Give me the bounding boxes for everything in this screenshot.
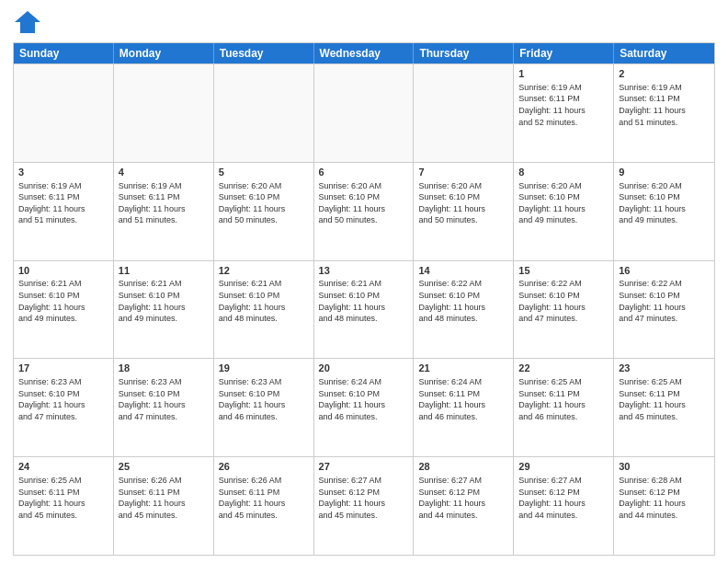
header: [13, 9, 715, 35]
calendar-cell: 6Sunrise: 6:20 AM Sunset: 6:10 PM Daylig…: [314, 163, 415, 260]
day-number: 16: [619, 264, 710, 278]
day-info: Sunrise: 6:25 AM Sunset: 6:11 PM Dayligh…: [18, 475, 108, 521]
calendar-cell: 20Sunrise: 6:24 AM Sunset: 6:10 PM Dayli…: [314, 359, 415, 456]
day-info: Sunrise: 6:23 AM Sunset: 6:10 PM Dayligh…: [18, 376, 108, 422]
day-info: Sunrise: 6:20 AM Sunset: 6:10 PM Dayligh…: [518, 180, 609, 226]
calendar-cell: 19Sunrise: 6:23 AM Sunset: 6:10 PM Dayli…: [214, 359, 314, 456]
day-number: 3: [18, 166, 108, 179]
calendar-cell: 4Sunrise: 6:19 AM Sunset: 6:11 PM Daylig…: [114, 163, 214, 260]
day-info: Sunrise: 6:22 AM Sunset: 6:10 PM Dayligh…: [619, 278, 710, 324]
calendar-week-5: 24Sunrise: 6:25 AM Sunset: 6:11 PM Dayli…: [14, 456, 714, 555]
day-info: Sunrise: 6:20 AM Sunset: 6:10 PM Dayligh…: [418, 180, 508, 226]
day-number: 22: [518, 362, 609, 375]
calendar-cell: 16Sunrise: 6:22 AM Sunset: 6:10 PM Dayli…: [614, 261, 714, 359]
day-info: Sunrise: 6:21 AM Sunset: 6:10 PM Dayligh…: [18, 278, 108, 324]
day-info: Sunrise: 6:27 AM Sunset: 6:12 PM Dayligh…: [518, 475, 609, 521]
day-number: 24: [18, 460, 108, 474]
weekday-header-monday: Monday: [114, 43, 214, 63]
day-number: 11: [119, 264, 209, 278]
day-number: 13: [319, 264, 409, 278]
day-number: 4: [119, 166, 209, 179]
calendar-cell: 8Sunrise: 6:20 AM Sunset: 6:10 PM Daylig…: [514, 163, 614, 260]
calendar-cell: [214, 64, 314, 162]
calendar-cell: 14Sunrise: 6:22 AM Sunset: 6:10 PM Dayli…: [414, 261, 514, 359]
calendar-cell: 11Sunrise: 6:21 AM Sunset: 6:10 PM Dayli…: [114, 261, 214, 359]
calendar-cell: 1Sunrise: 6:19 AM Sunset: 6:11 PM Daylig…: [514, 64, 614, 162]
day-number: 1: [518, 67, 609, 81]
day-number: 23: [619, 362, 710, 375]
day-number: 8: [518, 166, 609, 179]
day-number: 27: [319, 460, 409, 474]
calendar-cell: [314, 64, 415, 162]
logo: [13, 9, 44, 35]
day-info: Sunrise: 6:20 AM Sunset: 6:10 PM Dayligh…: [619, 180, 710, 226]
day-info: Sunrise: 6:19 AM Sunset: 6:11 PM Dayligh…: [518, 82, 609, 128]
calendar-cell: 30Sunrise: 6:28 AM Sunset: 6:12 PM Dayli…: [614, 457, 714, 555]
calendar-cell: 25Sunrise: 6:26 AM Sunset: 6:11 PM Dayli…: [114, 457, 214, 555]
day-number: 9: [619, 166, 710, 179]
day-number: 26: [219, 460, 309, 474]
day-info: Sunrise: 6:19 AM Sunset: 6:11 PM Dayligh…: [119, 180, 209, 226]
day-number: 18: [119, 362, 209, 375]
calendar-cell: 9Sunrise: 6:20 AM Sunset: 6:10 PM Daylig…: [614, 163, 714, 260]
day-info: Sunrise: 6:24 AM Sunset: 6:11 PM Dayligh…: [418, 376, 508, 422]
calendar-cell: 5Sunrise: 6:20 AM Sunset: 6:10 PM Daylig…: [214, 163, 314, 260]
day-number: 28: [418, 460, 508, 474]
day-number: 20: [319, 362, 409, 375]
day-number: 30: [619, 460, 710, 474]
calendar-week-1: 1Sunrise: 6:19 AM Sunset: 6:11 PM Daylig…: [14, 63, 714, 162]
svg-marker-0: [15, 11, 40, 33]
calendar-cell: 3Sunrise: 6:19 AM Sunset: 6:11 PM Daylig…: [14, 163, 114, 260]
day-info: Sunrise: 6:25 AM Sunset: 6:11 PM Dayligh…: [518, 376, 609, 422]
day-info: Sunrise: 6:20 AM Sunset: 6:10 PM Dayligh…: [219, 180, 309, 226]
day-number: 19: [219, 362, 309, 375]
day-info: Sunrise: 6:23 AM Sunset: 6:10 PM Dayligh…: [219, 376, 309, 422]
day-number: 14: [418, 264, 508, 278]
day-info: Sunrise: 6:21 AM Sunset: 6:10 PM Dayligh…: [219, 278, 309, 324]
day-info: Sunrise: 6:19 AM Sunset: 6:11 PM Dayligh…: [619, 82, 710, 128]
day-number: 5: [219, 166, 309, 179]
calendar-cell: 17Sunrise: 6:23 AM Sunset: 6:10 PM Dayli…: [14, 359, 114, 456]
day-number: 6: [319, 166, 409, 179]
calendar-cell: 28Sunrise: 6:27 AM Sunset: 6:12 PM Dayli…: [414, 457, 514, 555]
page: SundayMondayTuesdayWednesdayThursdayFrid…: [0, 0, 728, 563]
calendar-cell: 23Sunrise: 6:25 AM Sunset: 6:11 PM Dayli…: [614, 359, 714, 456]
day-number: 7: [418, 166, 508, 179]
calendar: SundayMondayTuesdayWednesdayThursdayFrid…: [13, 42, 715, 556]
calendar-cell: 2Sunrise: 6:19 AM Sunset: 6:11 PM Daylig…: [614, 64, 714, 162]
day-info: Sunrise: 6:19 AM Sunset: 6:11 PM Dayligh…: [18, 180, 108, 226]
calendar-cell: 29Sunrise: 6:27 AM Sunset: 6:12 PM Dayli…: [514, 457, 614, 555]
day-number: 21: [418, 362, 508, 375]
day-number: 29: [518, 460, 609, 474]
day-info: Sunrise: 6:26 AM Sunset: 6:11 PM Dayligh…: [219, 475, 309, 521]
weekday-header-friday: Friday: [514, 43, 614, 63]
day-number: 25: [119, 460, 209, 474]
calendar-cell: [14, 64, 114, 162]
day-info: Sunrise: 6:21 AM Sunset: 6:10 PM Dayligh…: [319, 278, 409, 324]
day-info: Sunrise: 6:20 AM Sunset: 6:10 PM Dayligh…: [319, 180, 409, 226]
calendar-cell: [114, 64, 214, 162]
day-info: Sunrise: 6:27 AM Sunset: 6:12 PM Dayligh…: [319, 475, 409, 521]
weekday-header-tuesday: Tuesday: [214, 43, 314, 63]
weekday-header-sunday: Sunday: [14, 43, 114, 63]
weekday-header-thursday: Thursday: [414, 43, 514, 63]
weekday-header-wednesday: Wednesday: [314, 43, 415, 63]
day-info: Sunrise: 6:27 AM Sunset: 6:12 PM Dayligh…: [418, 475, 508, 521]
calendar-cell: 27Sunrise: 6:27 AM Sunset: 6:12 PM Dayli…: [314, 457, 415, 555]
day-number: 12: [219, 264, 309, 278]
day-info: Sunrise: 6:28 AM Sunset: 6:12 PM Dayligh…: [619, 475, 710, 521]
calendar-cell: 18Sunrise: 6:23 AM Sunset: 6:10 PM Dayli…: [114, 359, 214, 456]
calendar-cell: 24Sunrise: 6:25 AM Sunset: 6:11 PM Dayli…: [14, 457, 114, 555]
day-info: Sunrise: 6:22 AM Sunset: 6:10 PM Dayligh…: [518, 278, 609, 324]
calendar-cell: 12Sunrise: 6:21 AM Sunset: 6:10 PM Dayli…: [214, 261, 314, 359]
day-info: Sunrise: 6:21 AM Sunset: 6:10 PM Dayligh…: [119, 278, 209, 324]
day-info: Sunrise: 6:25 AM Sunset: 6:11 PM Dayligh…: [619, 376, 710, 422]
weekday-header-saturday: Saturday: [614, 43, 714, 63]
calendar-cell: 15Sunrise: 6:22 AM Sunset: 6:10 PM Dayli…: [514, 261, 614, 359]
calendar-cell: [414, 64, 514, 162]
calendar-cell: 22Sunrise: 6:25 AM Sunset: 6:11 PM Dayli…: [514, 359, 614, 456]
calendar-cell: 13Sunrise: 6:21 AM Sunset: 6:10 PM Dayli…: [314, 261, 415, 359]
day-info: Sunrise: 6:22 AM Sunset: 6:10 PM Dayligh…: [418, 278, 508, 324]
calendar-cell: 10Sunrise: 6:21 AM Sunset: 6:10 PM Dayli…: [14, 261, 114, 359]
calendar-cell: 26Sunrise: 6:26 AM Sunset: 6:11 PM Dayli…: [214, 457, 314, 555]
